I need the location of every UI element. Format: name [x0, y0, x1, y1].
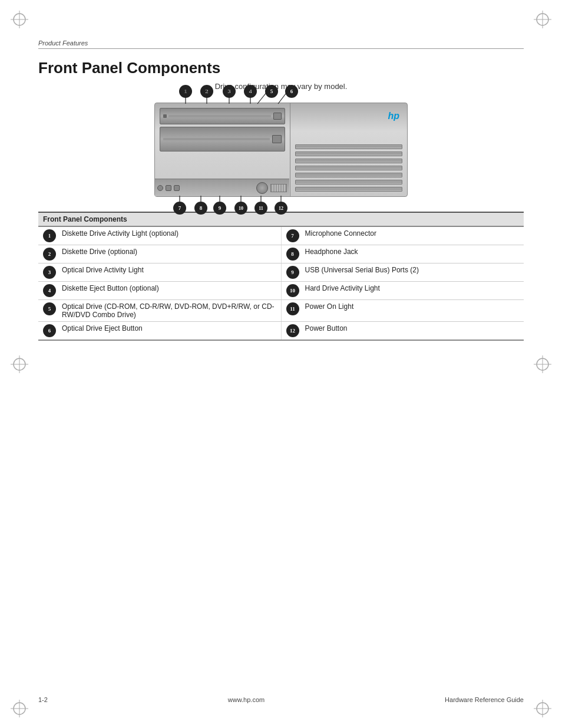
- badge-8: 8: [194, 202, 207, 215]
- badge-6: 6: [285, 85, 298, 98]
- drives-area: [155, 103, 290, 196]
- badge-3: 3: [223, 85, 236, 98]
- table-row: 2Diskette Drive (optional)8Headphone Jac…: [38, 245, 524, 263]
- header-text: Product Features: [38, 39, 88, 47]
- mid-mark-right: [534, 355, 551, 373]
- badge-1: 1: [179, 85, 192, 98]
- corner-mark-tl: [11, 11, 28, 28]
- diagram-wrapper: 1 2 3 4 5 6: [154, 103, 408, 197]
- mid-mark-left: [11, 355, 28, 373]
- badge-12: 12: [275, 202, 287, 215]
- badge-10: 10: [234, 202, 247, 215]
- corner-mark-tr: [534, 11, 551, 28]
- table-row: 1Diskette Drive Activity Light (optional…: [38, 226, 524, 245]
- badge-11: 11: [254, 202, 267, 215]
- components-table: Front Panel Components 1Diskette Drive A…: [38, 212, 524, 341]
- drive-slot-1: [160, 108, 285, 124]
- table-row: 6Optical Drive Eject Button12Power Butto…: [38, 322, 524, 341]
- badge-7: 7: [173, 202, 186, 215]
- badge-2: 2: [200, 85, 213, 98]
- badge-4: 4: [244, 85, 257, 98]
- computer-body: hp: [154, 103, 408, 197]
- table-row: 4Diskette Eject Button (optional)10Hard …: [38, 282, 524, 300]
- table-row: 3Optical Drive Activity Light9USB (Unive…: [38, 263, 524, 282]
- page-footer: 1-2 www.hp.com Hardware Reference Guide: [38, 696, 524, 703]
- hp-logo: hp: [388, 111, 399, 121]
- footer-guide-name: Hardware Reference Guide: [445, 696, 524, 703]
- subtitle: Drive configuration may vary by model.: [38, 82, 524, 91]
- footer-page-number: 1-2: [38, 696, 48, 703]
- vent-lines: [295, 144, 402, 192]
- page-header: Product Features: [38, 38, 524, 49]
- drive-slot-2: [160, 127, 285, 151]
- vents-area: hp: [290, 103, 407, 196]
- footer-url: www.hp.com: [228, 696, 265, 703]
- page-title: Front Panel Components: [38, 59, 524, 77]
- table-row: 5Optical Drive (CD-ROM, CD-R/RW, DVD-ROM…: [38, 300, 524, 322]
- corner-mark-bl: [11, 700, 28, 717]
- badge-9: 9: [213, 202, 226, 215]
- diagram-container: 1 2 3 4 5 6: [38, 103, 524, 197]
- badge-5: 5: [265, 85, 278, 98]
- main-content: Front Panel Components Drive configurati…: [38, 59, 524, 341]
- corner-mark-br: [534, 700, 551, 717]
